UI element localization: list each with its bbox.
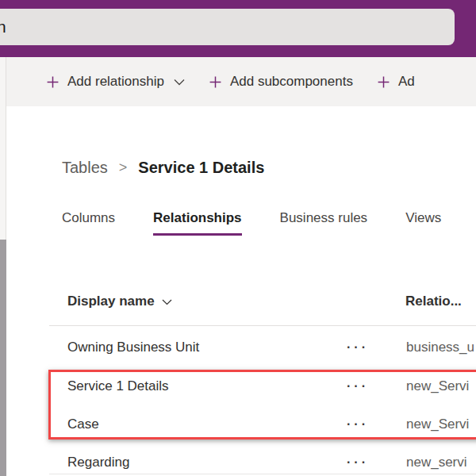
table-row[interactable]: Service 1 Details ··· new_Servi	[0, 367, 476, 405]
more-commands-icon[interactable]: ···	[346, 328, 370, 367]
row-relationship-name: new_Servi	[406, 405, 469, 443]
tab-columns[interactable]: Columns	[62, 210, 115, 236]
header-divider	[49, 325, 476, 326]
tab-bar: Columns Relationships Business rules Vie…	[62, 210, 441, 236]
row-relationship-name: new_servi	[406, 443, 467, 476]
plus-icon	[209, 75, 222, 89]
column-header-relationship[interactable]: Relatio...	[405, 282, 462, 321]
more-commands-icon[interactable]: ···	[346, 405, 370, 443]
left-rail	[0, 57, 6, 240]
toolbar: Add relationship Add subcomponents Ad	[6, 57, 476, 106]
plus-icon	[46, 75, 60, 89]
column-header-display-name[interactable]: Display name	[67, 282, 172, 321]
page-title: Service 1 Details	[138, 159, 264, 177]
add-relationship-label: Add relationship	[67, 74, 164, 90]
add-more-label: Ad	[398, 74, 415, 90]
row-display-name: Case	[67, 405, 99, 443]
table-row[interactable]: Case ··· new_Servi	[0, 405, 476, 443]
add-relationship-button[interactable]: Add relationship	[46, 74, 185, 90]
tab-views[interactable]: Views	[405, 210, 441, 236]
breadcrumb-separator: >	[119, 159, 128, 176]
row-display-name: Owning Business Unit	[67, 328, 199, 367]
table-row[interactable]: Regarding ··· new_servi	[0, 443, 476, 476]
more-commands-icon[interactable]: ···	[346, 367, 370, 405]
row-display-name: Service 1 Details	[67, 367, 169, 405]
breadcrumb-tables-link[interactable]: Tables	[62, 159, 108, 177]
search-input[interactable]: n	[0, 9, 455, 45]
tab-business-rules[interactable]: Business rules	[280, 210, 368, 236]
search-text: n	[0, 17, 6, 36]
more-commands-icon[interactable]: ···	[346, 443, 370, 476]
table-header: Display name Relatio...	[0, 282, 476, 321]
add-subcomponents-button[interactable]: Add subcomponents	[209, 74, 353, 90]
add-more-button-truncated[interactable]: Ad	[377, 74, 415, 90]
row-display-name: Regarding	[67, 443, 129, 476]
row-relationship-name: business_u	[406, 328, 474, 367]
add-subcomponents-label: Add subcomponents	[230, 74, 353, 90]
row-relationship-name: new_Servi	[406, 367, 469, 405]
app-header: n	[0, 0, 476, 57]
plus-icon	[377, 75, 390, 89]
tab-relationships[interactable]: Relationships	[153, 210, 241, 236]
table-row[interactable]: Owning Business Unit ··· business_u	[0, 328, 476, 367]
chevron-down-icon	[162, 282, 172, 321]
chevron-down-icon	[174, 79, 185, 86]
row-divider	[49, 474, 476, 474]
breadcrumb: Tables > Service 1 Details	[62, 159, 264, 177]
